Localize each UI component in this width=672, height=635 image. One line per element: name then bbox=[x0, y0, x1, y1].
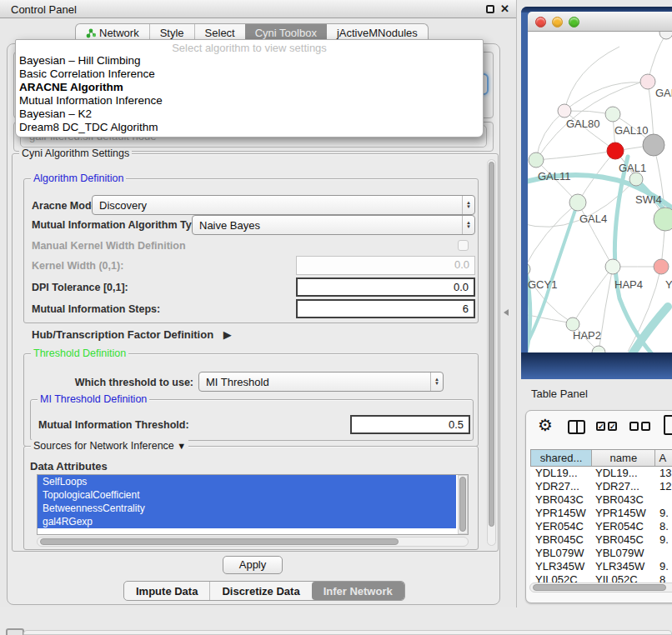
table-hscrollbar[interactable] bbox=[529, 582, 672, 592]
tab-impute-data[interactable]: Impute Data bbox=[124, 582, 209, 600]
node-label: GAL1 bbox=[619, 162, 646, 174]
column-header-partial[interactable]: A bbox=[655, 450, 672, 466]
column-layout-icon[interactable] bbox=[568, 420, 585, 434]
attr-list-hscrollbar-thumb[interactable] bbox=[40, 538, 399, 545]
dropdown-item[interactable]: Bayesian – Hill Climbing bbox=[16, 54, 483, 68]
list-item-selected[interactable]: gal4RGexp bbox=[38, 515, 456, 528]
bottom-panel-edge bbox=[23, 630, 672, 635]
dropdown-item[interactable]: Dream8 DC_TDC Algorithm bbox=[16, 121, 483, 134]
table-row[interactable]: YDR27...YDR27...12 bbox=[530, 480, 672, 493]
export-table-icon[interactable] bbox=[664, 415, 672, 435]
table-row[interactable]: YBR043CYBR043C bbox=[530, 493, 672, 507]
deselect-all-icon[interactable] bbox=[629, 422, 650, 431]
table-row[interactable]: YBL079WYBL079W bbox=[530, 547, 672, 560]
dropdown-item[interactable]: Basic Correlation Inference bbox=[16, 68, 483, 81]
bottom-tabbar: Impute Data Discretize Data Infer Networ… bbox=[123, 581, 405, 601]
table-row[interactable]: YER054CYER054C8. bbox=[530, 520, 672, 533]
node-label: GAL10 bbox=[614, 124, 648, 137]
settings-scrollbar-thumb[interactable] bbox=[489, 162, 494, 527]
node-label: HAP2 bbox=[573, 329, 601, 342]
list-item-selected[interactable]: TopologicalCoefficient bbox=[38, 488, 456, 502]
apply-button[interactable]: Apply bbox=[223, 556, 283, 574]
stepper-icon: ▲▼ bbox=[462, 196, 474, 214]
aracne-mode-combo[interactable]: Discovery ▲▼ bbox=[92, 195, 475, 215]
table-panel-title: Table Panel bbox=[531, 388, 588, 400]
close-traffic-light[interactable] bbox=[535, 17, 546, 28]
dpi-tolerance-field[interactable]: 0.0 bbox=[296, 278, 475, 297]
dropdown-item[interactable]: Mutual Information Inference bbox=[16, 94, 483, 108]
table-body: YDL19...YDL19...13 YDR27...YDR27...12 YB… bbox=[530, 467, 672, 587]
node-gcy1[interactable] bbox=[528, 262, 530, 276]
node-label: GCY1 bbox=[528, 278, 557, 291]
node-gal11[interactable] bbox=[529, 152, 544, 168]
mi-threshold-label: Mutual Information Threshold: bbox=[38, 419, 189, 431]
node-label: Y bbox=[665, 278, 672, 291]
node-hap4[interactable] bbox=[605, 259, 620, 274]
node-label: GAL4 bbox=[579, 212, 607, 225]
control-panel-window: Control Panel ✕ Network Style Select Cyn… bbox=[0, 0, 517, 608]
splitpane-collapse-arrow[interactable] bbox=[504, 309, 509, 316]
mi-threshold-field[interactable]: 0.5 bbox=[350, 415, 470, 434]
which-threshold-value: MI Threshold bbox=[199, 376, 430, 388]
table-panel: ⚙ ✓✓ shared... name A YDL19...YDL19...13… bbox=[525, 410, 672, 603]
list-item-selected[interactable]: SelfLoops bbox=[38, 475, 456, 488]
threshold-definition-title: Threshold Definition bbox=[31, 348, 128, 359]
zoom-traffic-light[interactable] bbox=[569, 17, 579, 28]
hub-definition-toggle[interactable]: Hub/Transcription Factor Definition ▶ bbox=[32, 328, 232, 341]
settings-scrollbar[interactable] bbox=[487, 159, 496, 546]
node-gal10[interactable] bbox=[605, 107, 620, 122]
node-gray[interactable] bbox=[643, 134, 664, 156]
control-panel-titlebar: Control Panel ✕ bbox=[0, 0, 516, 18]
column-header-shared-name[interactable]: shared... bbox=[531, 450, 592, 466]
minimize-traffic-light[interactable] bbox=[552, 17, 563, 28]
node-partial-top[interactable] bbox=[659, 32, 672, 39]
bottom-left-button[interactable] bbox=[6, 628, 24, 635]
node-gal4[interactable] bbox=[569, 194, 586, 211]
dropdown-item-selected[interactable]: ARACNE Algorithm bbox=[16, 81, 483, 94]
node-gal-partial[interactable] bbox=[640, 74, 655, 89]
data-attributes-list: SelfLoops TopologicalCoefficient Between… bbox=[37, 474, 469, 535]
attr-list-scrollbar[interactable] bbox=[458, 475, 468, 534]
node-green-mid[interactable] bbox=[629, 172, 643, 186]
network-window-titlebar[interactable] bbox=[528, 12, 672, 32]
attr-list-hscrollbar[interactable] bbox=[37, 537, 469, 547]
stepper-icon: ▲▼ bbox=[462, 216, 474, 234]
table-row[interactable]: YDL19...YDL19...13 bbox=[530, 467, 672, 480]
mi-type-combo[interactable]: Naive Bayes ▲▼ bbox=[192, 215, 475, 235]
node-gal1-red[interactable] bbox=[607, 142, 624, 159]
attr-list-scrollbar-thumb[interactable] bbox=[459, 477, 466, 532]
window-title: Control Panel bbox=[11, 3, 77, 16]
table-row[interactable]: YPR145WYPR145W9. bbox=[530, 507, 672, 520]
mi-type-value: Naive Bayes bbox=[193, 219, 462, 232]
tab-infer-network[interactable]: Infer Network bbox=[312, 582, 404, 600]
mi-steps-field[interactable]: 6 bbox=[296, 299, 475, 318]
network-graph: GAL GAL80 GAL10 GAL1 GAL11 GAL4 SWI4 GCY… bbox=[528, 32, 672, 352]
gear-icon[interactable]: ⚙ bbox=[538, 415, 553, 435]
sources-group-toggle[interactable]: Sources for Network Inference ▼ bbox=[31, 440, 188, 452]
table-row[interactable]: YLR345WYLR345W9. bbox=[530, 560, 672, 573]
node-label: GAL80 bbox=[566, 118, 599, 130]
which-threshold-combo[interactable]: MI Threshold ▲▼ bbox=[198, 372, 444, 392]
kernel-width-field[interactable]: 0.0 bbox=[296, 256, 475, 275]
table-header: shared... name A bbox=[530, 449, 672, 467]
node-label: HAP4 bbox=[614, 278, 643, 291]
node-swi4[interactable] bbox=[654, 208, 672, 231]
manual-kernel-checkbox[interactable] bbox=[458, 240, 469, 251]
aracne-mode-label: Aracne Mode: bbox=[32, 200, 101, 212]
dropdown-item[interactable]: Bayesian – K2 bbox=[16, 108, 483, 121]
network-view-window: GAL GAL80 GAL10 GAL1 GAL11 GAL4 SWI4 GCY… bbox=[521, 7, 672, 379]
stepper-icon: ▲▼ bbox=[430, 372, 443, 391]
column-header-name[interactable]: name bbox=[592, 450, 655, 466]
table-hscrollbar-thumb[interactable] bbox=[533, 584, 666, 591]
tab-discretize-data[interactable]: Discretize Data bbox=[209, 582, 311, 600]
network-canvas[interactable]: GAL GAL80 GAL10 GAL1 GAL11 GAL4 SWI4 GCY… bbox=[528, 32, 672, 352]
sources-group-title: Sources for Network Inference bbox=[33, 440, 174, 452]
table-row[interactable]: YBR045CYBR045C9. bbox=[530, 533, 672, 547]
float-window-icon[interactable] bbox=[486, 5, 494, 13]
kernel-width-label: Kernel Width (0,1): bbox=[32, 260, 123, 272]
node-salmon[interactable] bbox=[654, 259, 669, 274]
close-icon[interactable]: ✕ bbox=[500, 2, 509, 15]
list-item-selected[interactable]: BetweennessCentrality bbox=[38, 502, 456, 515]
select-all-icon[interactable]: ✓✓ bbox=[596, 422, 617, 431]
node-gal80[interactable] bbox=[558, 104, 571, 118]
